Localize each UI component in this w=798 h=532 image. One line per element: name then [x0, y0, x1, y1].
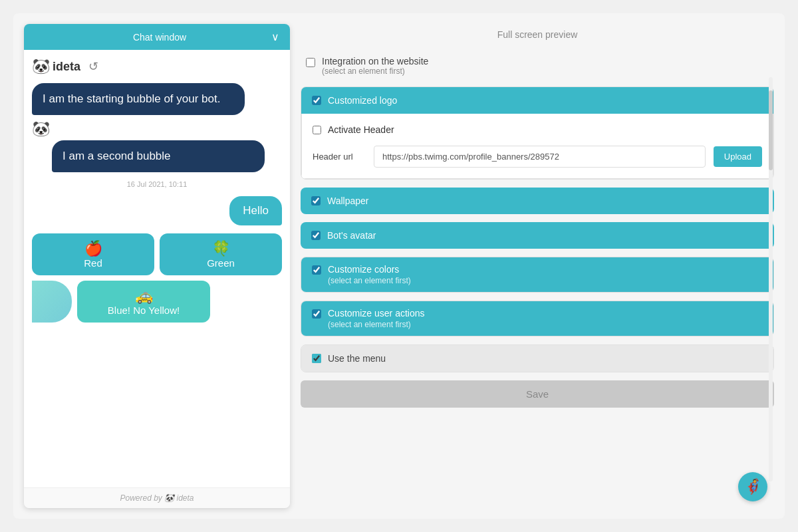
header-url-row: Header url Upload: [313, 146, 762, 168]
integration-label: Integration on the website: [322, 56, 428, 66]
customize-user-actions-text: Customize user actions (select an elemen…: [328, 308, 425, 329]
use-menu-section: Use the menu: [301, 344, 774, 372]
wallpaper-label: Wallpaper: [327, 196, 369, 206]
bot-bubble-1: I am the starting bubble of your bot.: [32, 83, 245, 115]
bots-avatar-header[interactable]: Bot's avatar: [301, 222, 774, 249]
reset-icon[interactable]: ↺: [88, 59, 98, 74]
use-menu-checkbox[interactable]: [312, 354, 321, 363]
wallpaper-header[interactable]: Wallpaper: [301, 188, 774, 214]
user-bubble: Hello: [229, 196, 282, 225]
scrollbar-thumb[interactable]: [769, 90, 773, 170]
integration-row: Integration on the website (select an el…: [301, 53, 774, 78]
save-button[interactable]: Save: [301, 380, 774, 408]
chat-panel: Chat window ∨ 🐼 ideta ↺ I am the startin…: [24, 24, 290, 508]
full-screen-preview-label: Full screen preview: [301, 24, 774, 45]
customize-colors-section: Customize colors (select an element firs…: [301, 257, 774, 293]
integration-sub: (select an element first): [322, 66, 428, 76]
customize-colors-text: Customize colors (select an element firs…: [328, 264, 411, 285]
choice-emoji-taxi: 🚕: [88, 287, 200, 305]
customize-user-actions-header[interactable]: Customize user actions (select an elemen…: [301, 301, 773, 336]
header-url-label: Header url: [313, 152, 366, 162]
chat-body: 🐼 ideta ↺ I am the starting bubble of yo…: [24, 50, 290, 487]
activate-header-label: Activate Header: [328, 124, 394, 135]
powered-by-text: Powered by: [120, 493, 162, 503]
chat-logo-row: 🐼 ideta ↺: [32, 58, 282, 75]
choice-label-red: Red: [43, 257, 144, 269]
right-panel: Full screen preview Integration on the w…: [301, 24, 774, 508]
header-url-input[interactable]: [374, 146, 706, 168]
customized-logo-label: Customized logo: [328, 95, 397, 106]
activate-header-checkbox[interactable]: [313, 126, 321, 134]
corner-avatar: 🦸: [738, 472, 767, 501]
customize-colors-sub: (select an element first): [328, 276, 411, 285]
bot-avatar-icon: 🐼: [32, 120, 50, 138]
customize-colors-checkbox[interactable]: [312, 265, 321, 275]
customize-user-actions-label: Customize user actions: [328, 308, 425, 319]
chat-header-title: Chat window: [48, 32, 271, 43]
customize-user-actions-checkbox[interactable]: [312, 309, 321, 319]
customize-user-actions-section: Customize user actions (select an elemen…: [301, 301, 774, 336]
avatar-bot-row: 🐼: [32, 120, 282, 138]
bot-bubble-2: I am a second bubble: [52, 140, 265, 172]
wallpaper-checkbox[interactable]: [311, 196, 321, 205]
customized-logo-body: Activate Header Header url Upload: [301, 114, 773, 179]
integration-text: Integration on the website (select an el…: [322, 56, 428, 76]
bots-avatar-label: Bot's avatar: [327, 230, 376, 241]
integration-checkbox[interactable]: [306, 58, 315, 67]
logo-text: ideta: [53, 60, 80, 74]
bots-avatar-checkbox[interactable]: [311, 231, 321, 240]
choice-emoji-red: 🍎: [43, 240, 144, 257]
choice-btn-green[interactable]: 🍀 Green: [160, 233, 282, 275]
main-container: Chat window ∨ 🐼 ideta ↺ I am the startin…: [13, 13, 785, 519]
choice-btn-blue-yellow[interactable]: 🚕 Blue! No Yellow!: [77, 281, 210, 323]
user-bubble-row: Hello: [32, 196, 282, 225]
footer-logo-text: ideta: [177, 493, 194, 503]
choice-emoji-green: 🍀: [170, 240, 271, 257]
customized-logo-section: Customized logo Activate Header Header u…: [301, 86, 774, 180]
choice-label-green: Green: [170, 257, 271, 269]
customize-user-actions-sub: (select an element first): [328, 320, 425, 329]
choice-label-blue-yellow: Blue! No Yellow!: [88, 305, 200, 316]
footer-panda-icon: 🐼: [164, 493, 174, 503]
choice-btn-red[interactable]: 🍎 Red: [32, 233, 154, 275]
save-btn-row: Save: [301, 380, 774, 408]
scrollbar-track[interactable]: [769, 77, 773, 481]
activate-header-row: Activate Header: [313, 124, 762, 135]
use-menu-header[interactable]: Use the menu: [301, 345, 773, 372]
choice-row-1: 🍎 Red 🍀 Green: [32, 233, 282, 275]
chat-footer: Powered by 🐼 ideta: [24, 487, 290, 508]
chat-logo: 🐼 ideta: [32, 58, 80, 75]
use-menu-label: Use the menu: [328, 353, 386, 364]
logo-panda-icon: 🐼: [32, 58, 50, 75]
upload-button[interactable]: Upload: [714, 146, 762, 167]
decorative-blob: [32, 281, 72, 323]
chevron-down-icon[interactable]: ∨: [271, 31, 279, 43]
customized-logo-checkbox[interactable]: [312, 96, 321, 105]
message-timestamp: 16 Jul 2021, 10:11: [32, 180, 282, 188]
customized-logo-header[interactable]: Customized logo: [301, 87, 773, 114]
choice-row-2: 🚕 Blue! No Yellow!: [32, 281, 282, 323]
customize-colors-header[interactable]: Customize colors (select an element firs…: [301, 257, 773, 292]
customize-colors-label: Customize colors: [328, 264, 411, 275]
chat-header: Chat window ∨: [24, 24, 290, 50]
